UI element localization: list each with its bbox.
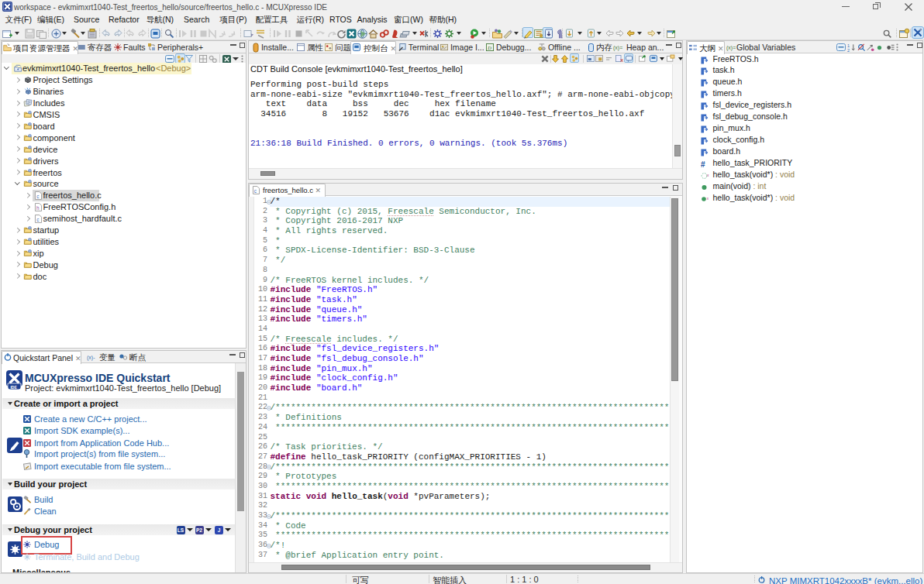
svg-text:s: s bbox=[707, 194, 709, 200]
svg-text:h: h bbox=[36, 205, 40, 211]
svg-text:s: s bbox=[707, 171, 709, 177]
svg-text:c: c bbox=[254, 188, 257, 194]
svg-text:(x)-: (x)- bbox=[87, 355, 95, 361]
svg-text:(x)=: (x)= bbox=[726, 45, 736, 51]
svg-text:D: D bbox=[487, 45, 491, 50]
svg-text:c: c bbox=[36, 194, 39, 199]
svg-text:IDE: IDE bbox=[10, 385, 17, 390]
svg-text:c: c bbox=[36, 217, 39, 222]
svg-text:2: 2 bbox=[847, 47, 850, 52]
svg-text:(x)=: (x)= bbox=[613, 45, 622, 51]
